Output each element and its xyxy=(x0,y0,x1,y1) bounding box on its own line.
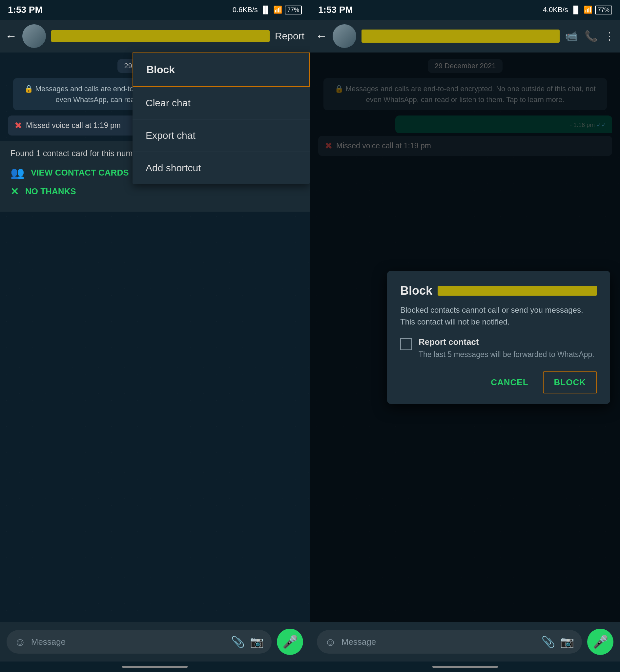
attach-icon-right[interactable]: 📎 xyxy=(541,635,555,649)
panel-left: 1:53 PM 0.6KB/s ▐▌ 📶 77% ← Report 29 Dec… xyxy=(0,0,310,672)
camera-icon-left[interactable]: 📷 xyxy=(250,635,264,649)
top-bar-right: ← 📹 📞 ⋮ xyxy=(310,20,620,52)
missed-call-icon-left: ✖ xyxy=(14,120,22,131)
people-icon: 👥 xyxy=(10,166,24,179)
block-dialog-contact-name xyxy=(437,286,597,296)
network-speed-right: 4.0KB/s xyxy=(543,6,568,14)
dropdown-item-clear-chat[interactable]: Clear chat xyxy=(133,87,310,119)
block-dialog: Block Blocked contacts cannot call or se… xyxy=(387,271,610,404)
emoji-icon-right[interactable]: ☺ xyxy=(325,635,336,649)
signal-icon-right: ▐▌ xyxy=(571,6,581,14)
emoji-icon-left[interactable]: ☺ xyxy=(14,635,26,649)
message-placeholder-right[interactable]: Message xyxy=(342,637,536,647)
home-indicator-left xyxy=(0,662,310,672)
avatar-right[interactable] xyxy=(332,24,356,48)
avatar-image-right xyxy=(332,24,356,48)
camera-icon-right[interactable]: 📷 xyxy=(560,635,574,649)
dropdown-item-block[interactable]: Block xyxy=(133,52,310,87)
mic-icon-left: 🎤 xyxy=(282,635,298,649)
report-contact-row: Report contact The last 5 messages will … xyxy=(400,337,597,360)
status-time-left: 1:53 PM xyxy=(8,5,43,15)
phone-call-icon[interactable]: 📞 xyxy=(584,30,598,42)
home-bar-left xyxy=(122,666,188,668)
status-bar-right: 1:53 PM 4.0KB/s ▐▌ 📶 77% xyxy=(310,0,620,20)
dropdown-menu: Block Clear chat Export chat Add shortcu… xyxy=(133,52,310,184)
contact-name-right xyxy=(362,30,560,43)
mic-button-left[interactable]: 🎤 xyxy=(277,629,303,655)
dropdown-item-add-shortcut[interactable]: Add shortcut xyxy=(133,152,310,184)
home-bar-right xyxy=(432,666,498,668)
back-button-right[interactable]: ← xyxy=(316,29,327,43)
block-dialog-title-row: Block xyxy=(400,284,597,298)
wifi-icon-left: 📶 xyxy=(273,6,282,14)
attach-icon-left[interactable]: 📎 xyxy=(231,635,245,649)
back-button-left[interactable]: ← xyxy=(5,29,17,43)
mic-icon-right: 🎤 xyxy=(593,635,608,649)
cancel-button[interactable]: CANCEL xyxy=(480,371,539,394)
report-contact-checkbox[interactable] xyxy=(400,338,412,350)
dialog-buttons: CANCEL BLOCK xyxy=(400,371,597,394)
mic-button-right[interactable]: 🎤 xyxy=(587,629,613,655)
status-icons-right: 4.0KB/s ▐▌ 📶 77% xyxy=(543,6,612,14)
bottom-bar-left: ☺ Message 📎 📷 🎤 xyxy=(0,622,310,662)
more-options-icon[interactable]: ⋮ xyxy=(604,30,615,42)
dropdown-item-export-chat[interactable]: Export chat xyxy=(133,119,310,152)
message-placeholder-left[interactable]: Message xyxy=(31,637,226,647)
chat-area-right: 29 December 2021 🔒 Messages and calls ar… xyxy=(310,52,620,622)
panel-right: 1:53 PM 4.0KB/s ▐▌ 📶 77% ← 📹 📞 ⋮ 29 Dece… xyxy=(310,0,620,672)
top-bar-actions-right: 📹 📞 ⋮ xyxy=(565,30,615,42)
avatar-image-left xyxy=(22,24,46,48)
home-indicator-right xyxy=(310,662,620,672)
cross-icon: ✕ xyxy=(10,186,19,197)
block-dialog-body: Blocked contacts cannot call or send you… xyxy=(400,304,597,328)
report-contact-label: Report contact xyxy=(419,337,595,347)
avatar-left[interactable] xyxy=(22,24,46,48)
block-dialog-title-text: Block xyxy=(400,284,432,298)
contact-name-left xyxy=(51,30,270,42)
status-bar-left: 1:53 PM 0.6KB/s ▐▌ 📶 77% xyxy=(0,0,310,20)
top-bar-left: ← Report xyxy=(0,20,310,52)
block-confirm-button[interactable]: BLOCK xyxy=(543,371,597,394)
signal-icon-left: ▐▌ xyxy=(260,6,271,14)
wifi-icon-right: 📶 xyxy=(583,6,592,14)
message-input-right: ☺ Message 📎 📷 xyxy=(317,630,582,654)
status-time-right: 1:53 PM xyxy=(318,5,353,15)
message-input-left: ☺ Message 📎 📷 xyxy=(7,630,272,654)
battery-icon-right: 77% xyxy=(595,6,612,14)
report-label: Report xyxy=(275,31,304,42)
bottom-bar-right: ☺ Message 📎 📷 🎤 xyxy=(310,622,620,662)
network-speed-left: 0.6KB/s xyxy=(232,6,258,14)
report-contact-text: Report contact The last 5 messages will … xyxy=(419,337,595,360)
battery-icon-left: 77% xyxy=(285,6,302,14)
report-contact-sub: The last 5 messages will be forwarded to… xyxy=(419,349,595,360)
no-thanks-button[interactable]: ✕ NO THANKS xyxy=(10,186,299,197)
video-call-icon[interactable]: 📹 xyxy=(565,30,578,42)
status-icons-left: 0.6KB/s ▐▌ 📶 77% xyxy=(232,6,302,14)
